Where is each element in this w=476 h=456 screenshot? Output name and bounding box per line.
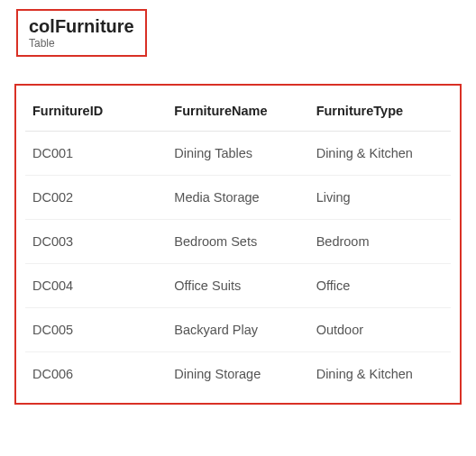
cell-FurnitureID: DC002 bbox=[25, 176, 167, 220]
table-row: DC004 Office Suits Office bbox=[25, 264, 451, 308]
cell-FurnitureID: DC003 bbox=[25, 220, 167, 264]
cell-FurnitureID: DC001 bbox=[25, 132, 167, 176]
data-table-container: FurnitureID FurnitureName FurnitureType … bbox=[14, 84, 462, 405]
data-table: FurnitureID FurnitureName FurnitureType … bbox=[25, 95, 451, 396]
cell-FurnitureType: Office bbox=[309, 264, 451, 308]
table-row: DC006 Dining Storage Dining & Kitchen bbox=[25, 352, 451, 397]
cell-FurnitureType: Dining & Kitchen bbox=[309, 132, 451, 176]
cell-FurnitureName: Backyard Play bbox=[167, 308, 308, 352]
variable-type-label: Table bbox=[29, 37, 134, 50]
cell-FurnitureType: Living bbox=[309, 176, 451, 220]
cell-FurnitureName: Bedroom Sets bbox=[167, 220, 308, 264]
cell-FurnitureID: DC006 bbox=[25, 352, 167, 397]
cell-FurnitureName: Media Storage bbox=[167, 176, 308, 220]
col-header-FurnitureID: FurnitureID bbox=[25, 95, 167, 132]
variable-header: colFurniture Table bbox=[16, 9, 147, 57]
cell-FurnitureName: Dining Tables bbox=[167, 132, 308, 176]
col-header-FurnitureName: FurnitureName bbox=[167, 95, 308, 132]
col-header-FurnitureType: FurnitureType bbox=[309, 95, 451, 132]
cell-FurnitureName: Dining Storage bbox=[167, 352, 308, 397]
variable-name: colFurniture bbox=[29, 16, 134, 37]
table-row: DC005 Backyard Play Outdoor bbox=[25, 308, 451, 352]
cell-FurnitureType: Dining & Kitchen bbox=[309, 352, 451, 397]
cell-FurnitureType: Outdoor bbox=[309, 308, 451, 352]
cell-FurnitureID: DC004 bbox=[25, 264, 167, 308]
table-row: DC003 Bedroom Sets Bedroom bbox=[25, 220, 451, 264]
table-row: DC002 Media Storage Living bbox=[25, 176, 451, 220]
cell-FurnitureName: Office Suits bbox=[167, 264, 308, 308]
table-header-row: FurnitureID FurnitureName FurnitureType bbox=[25, 95, 451, 132]
table-row: DC001 Dining Tables Dining & Kitchen bbox=[25, 132, 451, 176]
cell-FurnitureID: DC005 bbox=[25, 308, 167, 352]
cell-FurnitureType: Bedroom bbox=[309, 220, 451, 264]
